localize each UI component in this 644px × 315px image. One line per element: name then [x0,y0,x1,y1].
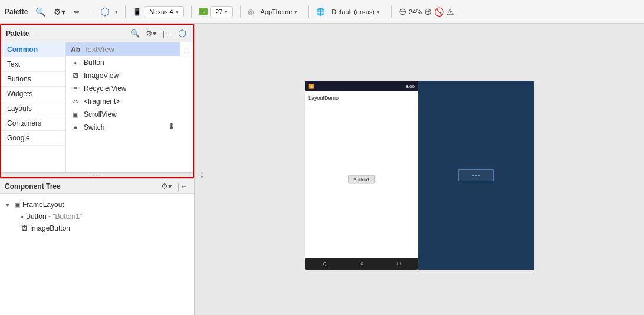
button-icon: ▪ [71,59,80,66]
recyclerview-icon: ≡ [71,85,80,92]
palette-category-containers[interactable]: Containers [1,116,65,131]
device-group: 📱 Nexus 4 ▾ [133,6,183,17]
palette-item-textview-label: TextView [84,45,114,54]
component-tree-header: Component Tree ⚙▾ |← [0,179,194,194]
locale-dropdown-arrow: ▾ [377,9,380,15]
layers-button[interactable]: ⬡ [97,4,113,20]
separator-2 [125,6,126,18]
theme-group: ◎ AppTheme ▾ [248,6,301,17]
main-area: Palette 🔍 ⚙▾ |← ⬡ Common Text Buttons Wi… [0,24,644,315]
component-tree-pin-button[interactable]: |← [176,181,189,191]
palette-right-arrow-button[interactable]: ↔ [182,47,190,57]
phone-icon: 📱 [133,8,142,16]
zoom-reset-button[interactable]: 🚫 [434,8,444,16]
imageview-icon: 🖼 [71,72,80,79]
nav-back-icon: ◁ [322,261,326,267]
imagebutton-tree-icon: 🖼 [21,225,28,232]
phone-button-demo: Button1 [348,175,375,184]
palette-sort-button[interactable]: ⇔ [71,6,83,18]
zoom-in-button[interactable]: ⊕ [424,7,432,17]
api-selector-button[interactable]: 27 ▾ [210,6,233,17]
component-tree-section: Component Tree ⚙▾ |← ▼ ▣ FrameLayout ▪ B… [0,178,194,315]
separator-5 [308,6,309,18]
top-toolbar: Palette 🔍 ⚙▾ ⇔ ⬡ ▾ 📱 Nexus 4 ▾ ≈ 27 ▾ ◎ … [0,0,644,24]
canvas-area: ↕ 📶 8:00 LayoutDemo Button1 ◁ ○ □ [195,24,644,315]
palette-search-icon-button[interactable]: 🔍 [129,28,142,38]
palette-section: Palette 🔍 ⚙▾ |← ⬡ Common Text Buttons Wi… [0,24,194,178]
separator-1 [90,6,90,18]
locale-group: 🌐 Default (en-us) ▾ [316,6,384,17]
layers-dropdown-arrow: ▾ [115,9,118,15]
component-tree-body: ▼ ▣ FrameLayout ▪ Button - "Button1" 🖼 I… [0,194,194,239]
globe-icon: 🌐 [316,8,325,16]
palette-layers-icon-button[interactable]: ⬡ [176,27,188,40]
palette-settings-button[interactable]: ⚙▾ [51,5,68,18]
palette-section-title: Palette [6,29,126,38]
fragment-icon: <> [71,99,80,105]
zoom-warning-button[interactable]: ⚠ [446,8,454,16]
phone-app-name: LayoutDemo [308,95,339,101]
locale-selector-button[interactable]: Default (en-us) ▾ [327,6,384,17]
palette-category-common[interactable]: Common [1,42,65,57]
palette-category-text[interactable]: Text [1,57,65,72]
imagebutton-tree-label: ImageButton [30,224,70,232]
switch-icon: ● [71,124,80,131]
palette-expand-handle[interactable] [1,172,193,177]
blueprint-dot-2 [475,175,477,176]
tree-item-framelayout[interactable]: ▼ ▣ FrameLayout [5,199,189,211]
palette-search-button[interactable]: 🔍 [32,5,48,18]
api-dropdown-arrow: ▾ [225,9,228,15]
palette-item-button[interactable]: ▪ Button [66,56,180,69]
palette-item-fragment[interactable]: <> <fragment> [66,95,180,108]
framelayout-icon: ▣ [14,201,20,209]
palette-header: Palette 🔍 ⚙▾ |← ⬡ [1,25,193,42]
left-panel: Palette 🔍 ⚙▾ |← ⬡ Common Text Buttons Wi… [0,24,195,315]
palette-body: Common Text Buttons Widgets Layouts Cont… [1,42,193,172]
tree-item-imagebutton[interactable]: 🖼 ImageButton [21,222,189,234]
palette-categories: Common Text Buttons Widgets Layouts Cont… [1,42,66,172]
theme-selector-button[interactable]: AppTheme ▾ [256,6,301,17]
palette-item-imageview[interactable]: 🖼 ImageView [66,69,180,82]
download-icon[interactable]: ⬇ [168,122,175,131]
palette-item-imageview-label: ImageView [84,71,119,80]
separator-6 [391,6,392,18]
theme-icon: ◎ [248,8,254,16]
framelayout-label: FrameLayout [22,201,64,209]
palette-category-google[interactable]: Google [1,131,65,146]
device-selector-button[interactable]: Nexus 4 ▾ [144,6,183,17]
phone-status-bar: 📶 8:00 [305,81,418,91]
tree-item-button[interactable]: ▪ Button - "Button1" [21,211,189,222]
blueprint-dot-1 [472,175,474,176]
nav-home-icon: ○ [360,261,363,267]
textview-icon: Ab [71,45,80,54]
palette-category-widgets[interactable]: Widgets [1,87,65,101]
separator-3 [191,6,192,18]
palette-item-textview[interactable]: Ab TextView [66,42,180,56]
palette-item-switch-label: Switch [84,123,104,132]
blueprint-panel [418,81,534,270]
locale-label: Default (en-us) [331,8,374,15]
api-group: ≈ 27 ▾ [199,6,234,17]
palette-items: Ab TextView ▪ Button 🖼 ImageView ≡ Recyc… [66,42,180,172]
palette-item-scrollview[interactable]: ▣ ScrollView [66,108,180,121]
palette-category-buttons[interactable]: Buttons [1,72,65,87]
zoom-out-button[interactable]: ⊖ [399,7,406,17]
component-tree-settings-button[interactable]: ⚙▾ [159,181,174,191]
nav-recent-icon: □ [398,261,401,267]
button-tree-icon: ▪ [21,213,24,220]
palette-category-layouts[interactable]: Layouts [1,101,65,116]
palette-item-switch[interactable]: ● Switch [66,121,180,134]
api-badge: ≈ [199,8,208,15]
palette-item-recyclerview[interactable]: ≡ RecyclerView [66,82,180,95]
phone-status-time: 8:00 [405,84,415,89]
blueprint-button [458,169,494,181]
button-tree-label: Button - "Button1" [26,212,82,221]
palette-pin-icon-button[interactable]: |← [161,28,174,38]
palette-gear-icon-button[interactable]: ⚙▾ [144,28,159,38]
phone-nav-bar: ◁ ○ □ [305,258,418,270]
theme-dropdown-arrow: ▾ [294,9,297,15]
tree-children: ▪ Button - "Button1" 🖼 ImageButton [21,211,189,234]
zoom-level: 24% [409,8,422,15]
framelayout-expand-icon: ▼ [5,202,12,208]
canvas-vertical-arrow[interactable]: ↕ [199,169,204,180]
